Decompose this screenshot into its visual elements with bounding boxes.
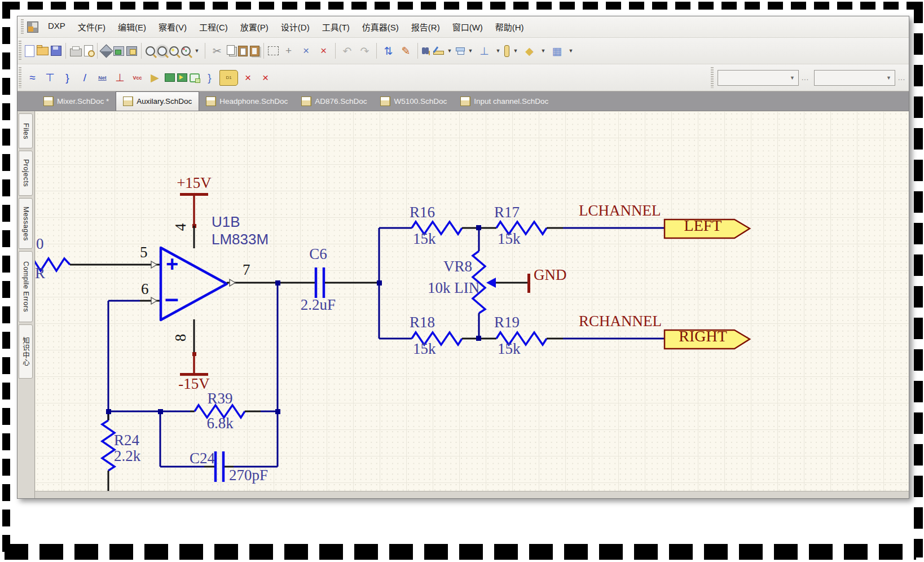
gnd-power-bar[interactable] [527, 274, 530, 293]
menu-reports[interactable]: 报告(R) [405, 17, 446, 36]
alignment-dropdown-arrow-icon[interactable]: ▼ [467, 43, 474, 58]
deselect-all-icon[interactable]: × [298, 43, 314, 58]
menu-tools[interactable]: 工具(T) [316, 17, 356, 36]
tab-ad876-schdoc[interactable]: AD876.SchDoc [294, 91, 373, 111]
menu-simulator[interactable]: 仿真器(S) [356, 17, 405, 36]
drawing-dropdown-arrow-icon[interactable]: ▼ [446, 43, 454, 58]
zoom-highlight-icon[interactable] [181, 46, 191, 56]
storage-manager-icon[interactable] [126, 46, 137, 56]
alignment-tools-icon[interactable] [456, 47, 464, 55]
place-harness-entry-icon[interactable]: } [202, 71, 217, 85]
menu-help[interactable]: 帮助(H) [489, 17, 530, 36]
paste-array-icon[interactable] [250, 46, 259, 56]
capacitor-c24-designator[interactable]: C24 [190, 451, 215, 466]
input-resistor-value-fragment[interactable]: R [35, 266, 45, 281]
open-document-icon[interactable] [37, 47, 49, 55]
opamp-part-number[interactable]: LM833M [212, 232, 269, 247]
place-harness-connector-icon[interactable] [190, 73, 200, 82]
tab-input-channel-schdoc[interactable]: Input channel.SchDoc [454, 91, 555, 111]
tab-headphone-schdoc[interactable]: Headphone.SchDoc [199, 91, 294, 111]
clear-filter-icon[interactable]: × [316, 43, 331, 58]
chevron-down-icon[interactable]: ▼ [786, 75, 798, 81]
resistor-r16-designator[interactable]: R16 [410, 205, 435, 220]
toolbar-combo-box-2[interactable]: ▼ [814, 70, 895, 86]
side-tab-compile-errors[interactable]: Compile Errors [19, 251, 33, 322]
resistor-r17-designator[interactable]: R17 [494, 205, 520, 220]
undo-icon[interactable]: ↶ [340, 43, 355, 58]
paste-icon[interactable] [238, 46, 248, 56]
resistor-r19-designator[interactable]: R19 [494, 315, 520, 330]
capacitor-c6-value[interactable]: 2.2uF [290, 297, 346, 313]
zoom-dropdown-arrow-icon[interactable]: ▼ [193, 43, 201, 58]
place-vcc-port-icon[interactable]: Vcc [130, 71, 145, 85]
power-bar-plus15v[interactable] [180, 193, 208, 196]
port-right-label[interactable]: RIGHT [667, 328, 739, 344]
zoom-fit-icon[interactable] [146, 46, 155, 56]
toolbar-grip[interactable] [19, 67, 21, 88]
opamp-designator[interactable]: U1B [212, 214, 240, 229]
potentiometer-vr8-designator[interactable]: VR8 [443, 259, 472, 274]
resistor-r24-value[interactable]: 2.2k [114, 449, 140, 464]
polygon-tool-icon[interactable]: ◆ [522, 43, 537, 58]
side-tab-messages[interactable]: Messages [19, 198, 33, 249]
resistor-r16-value[interactable]: 15k [413, 231, 436, 247]
menu-project[interactable]: 工程(C) [193, 17, 234, 36]
side-tab-files[interactable]: Files [19, 113, 33, 148]
place-bus-icon[interactable]: ⊤ [42, 71, 58, 85]
zoom-area-icon[interactable] [157, 46, 167, 56]
menu-place[interactable]: 放置(P) [234, 17, 275, 36]
resistor-r18-value[interactable]: 15k [413, 341, 436, 357]
input-resistor-designator-fragment[interactable]: 0 [36, 236, 44, 252]
print-preview-icon[interactable] [84, 45, 93, 56]
place-part-tool-icon[interactable] [504, 45, 509, 57]
redo-icon[interactable]: ↷ [357, 43, 372, 58]
menu-view[interactable]: 察看(V) [152, 17, 193, 36]
browse-devices-icon[interactable] [113, 46, 124, 56]
new-document-icon[interactable] [25, 45, 34, 57]
place-port-icon[interactable]: D1 [219, 70, 238, 86]
place-pcb-rule-icon[interactable]: × [258, 71, 273, 85]
power-label-plus15v[interactable]: +15V [170, 175, 218, 191]
grid-dropdown-arrow-icon[interactable]: ▼ [567, 43, 575, 58]
drawing-tools-icon[interactable] [433, 47, 443, 55]
workspace-cube-icon[interactable] [99, 44, 113, 58]
menu-window[interactable]: 窗口(W) [446, 17, 489, 36]
cross-probe-icon[interactable]: ⇅ [381, 43, 396, 58]
place-sheet-entry-icon[interactable] [177, 73, 187, 82]
part-dropdown-arrow-icon[interactable]: ▼ [512, 43, 520, 58]
vr8-wiper-arrow-icon[interactable] [486, 278, 496, 288]
polygon-dropdown-arrow-icon[interactable]: ▼ [539, 43, 547, 58]
resistor-r39-value[interactable]: 6.8k [193, 416, 247, 431]
port-left-label[interactable]: LEFT [667, 218, 739, 234]
place-gnd-port-icon[interactable]: ⊥ [112, 71, 127, 85]
menu-edit[interactable]: 编辑(E) [112, 17, 152, 36]
chevron-down-icon[interactable]: ▼ [883, 75, 895, 81]
power-dropdown-arrow-icon[interactable]: ▼ [494, 43, 502, 58]
tab-mixer-schdoc[interactable]: Mixer.SchDoc * [37, 91, 116, 111]
potentiometer-vr8-value[interactable]: 10k LIN [428, 280, 479, 296]
side-tab-knowledge-center[interactable]: 知识中心 [19, 324, 33, 379]
place-sheet-symbol-icon[interactable] [165, 73, 175, 82]
combo-browse-button-1[interactable]: ... [802, 74, 809, 82]
select-area-icon[interactable] [268, 46, 279, 55]
capacitor-c24-value[interactable]: 270pF [229, 468, 268, 483]
place-wire-icon[interactable]: ≈ [25, 71, 40, 85]
toolbar-grip[interactable] [711, 67, 714, 88]
tab-w5100-schdoc[interactable]: W5100.SchDoc [373, 91, 454, 111]
place-part-icon[interactable]: ▶ [147, 71, 162, 85]
place-signal-harness-icon[interactable]: } [60, 71, 75, 85]
tab-auxilary-schdoc[interactable]: Auxilary.SchDoc [116, 91, 199, 111]
resistor-r19-value[interactable]: 15k [498, 341, 521, 357]
menu-dxp[interactable]: DXP [42, 17, 72, 36]
net-label-lchannel[interactable]: LCHANNEL [579, 203, 661, 218]
place-no-erc-icon[interactable]: × [240, 71, 256, 85]
cut-icon[interactable]: ✂ [209, 43, 225, 58]
toolbar-combo-box-1[interactable]: ▼ [718, 70, 799, 86]
resistor-r24-body[interactable] [102, 420, 115, 471]
zoom-selection-icon[interactable] [169, 46, 179, 56]
grid-settings-icon[interactable]: ▦ [549, 43, 565, 58]
print-icon[interactable] [70, 49, 82, 56]
combo-browse-button-2[interactable]: ... [898, 74, 905, 82]
resistor-r24-designator[interactable]: R24 [114, 433, 139, 448]
capacitor-c6-designator[interactable]: C6 [301, 247, 335, 262]
